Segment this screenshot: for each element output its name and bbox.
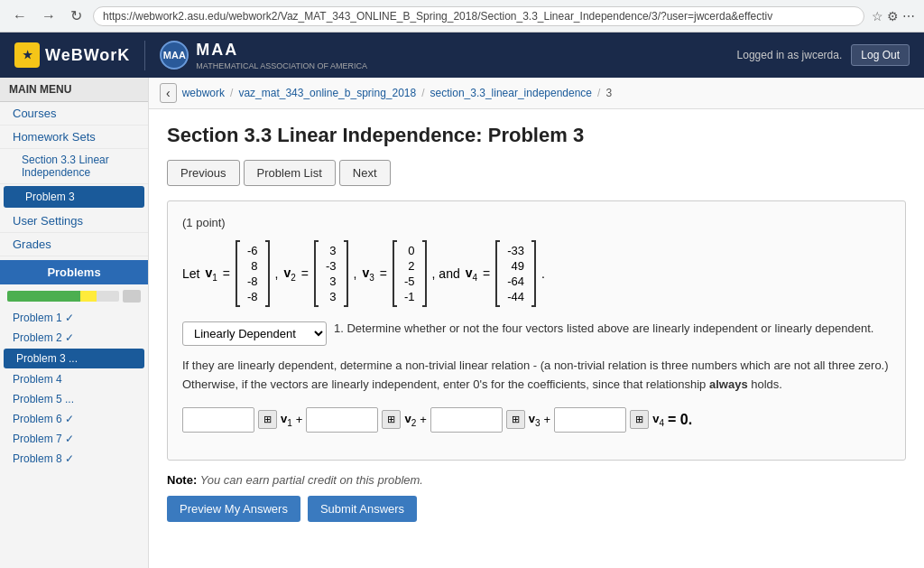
breadcrumb-back-button[interactable]: ‹	[160, 83, 177, 103]
breadcrumb-number: 3	[605, 87, 612, 99]
problem-item-6[interactable]: Problem 6 ✓	[0, 409, 148, 429]
note-text: You can earn partial credit on this prob…	[200, 473, 423, 487]
reload-button[interactable]: ↻	[67, 5, 86, 26]
eq-v2: v2	[404, 412, 416, 428]
progress-yellow	[80, 291, 97, 302]
eq-v1: v1	[281, 412, 292, 428]
vectors-row: Let v1 = -68-8-8 , v2 =	[182, 240, 891, 307]
problem-item-8[interactable]: Problem 8 ✓	[0, 449, 148, 469]
points-label: (1 point)	[182, 216, 891, 229]
v4-label: v4	[466, 265, 477, 283]
site-header: ★ WeBWorK MAA MAA MATHEMATICAL ASSOCIATI…	[0, 33, 924, 78]
eq-v4: v4	[652, 412, 664, 428]
breadcrumb-webwork[interactable]: webwork	[182, 87, 225, 99]
coeff-input-2[interactable]	[306, 407, 378, 433]
v1-label: v1	[205, 265, 217, 283]
maa-text: MAA MATHEMATICAL ASSOCIATION OF AMERICA	[196, 41, 367, 70]
back-button[interactable]: ←	[9, 6, 31, 26]
next-button[interactable]: Next	[339, 160, 391, 186]
progress-green	[7, 291, 80, 302]
main-layout: MAIN MENU Courses Homework Sets Section …	[0, 78, 924, 568]
eq-v3: v3	[529, 412, 541, 428]
eq-plus2: +	[420, 413, 427, 426]
submit-button[interactable]: Submit Answers	[308, 496, 417, 522]
progress-bar-container	[0, 284, 148, 308]
logout-button[interactable]: Log Out	[851, 44, 910, 66]
intro-text: Let	[182, 266, 199, 281]
eq-plus1: +	[296, 413, 303, 426]
sidebar-item-section33[interactable]: Section 3.3 Linear Independence	[0, 149, 148, 184]
v3-label: v3	[362, 265, 374, 283]
input-icon-4[interactable]: ⊞	[630, 410, 649, 429]
logged-in-text: Logged in as jwcerda.	[737, 49, 843, 61]
previous-button[interactable]: Previous	[167, 160, 240, 186]
breadcrumb: ‹ webwork / vaz_mat_343_online_b_spring_…	[149, 78, 924, 109]
sidebar-item-homework-sets[interactable]: Homework Sets	[0, 126, 148, 149]
problem-item-2[interactable]: Problem 2 ✓	[0, 328, 148, 348]
relation-text: If they are linearly dependent, determin…	[182, 357, 891, 395]
browser-bar: ← → ↻ ☆ ⚙ ⋯	[0, 0, 924, 33]
browser-icons: ☆ ⚙ ⋯	[872, 9, 915, 23]
sidebar-item-courses[interactable]: Courses	[0, 102, 148, 126]
problem-item-7[interactable]: Problem 7 ✓	[0, 429, 148, 449]
sidebar-item-problem3-active[interactable]: Problem 3	[4, 186, 144, 208]
note-container: Note: You can earn partial credit on thi…	[167, 473, 906, 487]
progress-bar	[7, 291, 119, 302]
problem-item-1[interactable]: Problem 1 ✓	[0, 308, 148, 328]
webwork-logo: ★ WeBWorK	[14, 42, 130, 68]
progress-toggle[interactable]	[123, 290, 141, 303]
sidebar: MAIN MENU Courses Homework Sets Section …	[0, 78, 149, 568]
content-area: ‹ webwork / vaz_mat_343_online_b_spring_…	[149, 78, 924, 568]
header-right: Logged in as jwcerda. Log Out	[737, 44, 910, 66]
sidebar-item-grades[interactable]: Grades	[0, 233, 148, 256]
action-buttons: Preview My Answers Submit Answers	[167, 496, 906, 522]
problem-title: Section 3.3 Linear Independence: Problem…	[167, 124, 906, 147]
input-icon-1[interactable]: ⊞	[258, 410, 277, 429]
v4-matrix: -3349-64-44	[495, 240, 536, 307]
and-text: , and	[432, 266, 460, 281]
preview-button[interactable]: Preview My Answers	[167, 496, 300, 522]
always-text: always	[709, 377, 748, 391]
question-text: 1. Determine whether or not the four vec…	[334, 321, 891, 335]
equation-row: ⊞ v1 + ⊞ v2 + ⊞ v3 + ⊞ v4 = 0.	[182, 407, 891, 433]
eq-equals: = 0.	[668, 412, 692, 428]
problem-item-5[interactable]: Problem 5 ...	[0, 389, 148, 409]
relation-text2: holds.	[751, 377, 782, 391]
problems-header: Problems	[0, 260, 148, 284]
breadcrumb-section[interactable]: section_3.3_linear_independence	[430, 87, 592, 99]
problem-content: Section 3.3 Linear Independence: Problem…	[149, 109, 924, 536]
input-icon-2[interactable]: ⊞	[382, 410, 401, 429]
v1-matrix: -68-8-8	[236, 240, 270, 307]
v2-label: v2	[283, 265, 295, 283]
maa-logo: MAA MAA MATHEMATICAL ASSOCIATION OF AMER…	[144, 41, 367, 70]
input-icon-3[interactable]: ⊞	[506, 410, 525, 429]
sidebar-item-user-settings[interactable]: User Settings	[0, 210, 148, 233]
header-left: ★ WeBWorK MAA MAA MATHEMATICAL ASSOCIATI…	[14, 41, 367, 70]
dependency-dropdown[interactable]: Linearly Dependent Linearly Independent	[182, 321, 327, 346]
coeff-input-1[interactable]	[182, 407, 254, 433]
webwork-logo-icon: ★	[14, 42, 40, 68]
v3-matrix: 02-5-1	[393, 240, 427, 307]
url-bar[interactable]	[93, 6, 864, 26]
webwork-logo-text: WeBWorK	[45, 46, 130, 65]
eq-plus3: +	[544, 413, 551, 426]
problem-list-button[interactable]: Problem List	[244, 160, 336, 186]
maa-logo-circle: MAA	[160, 41, 189, 70]
note-label: Note:	[167, 473, 197, 487]
problem-box: (1 point) Let v1 = -68-8-8 ,	[167, 200, 906, 461]
main-menu-label: MAIN MENU	[0, 78, 148, 102]
problem-item-4[interactable]: Problem 4	[0, 369, 148, 389]
question-row: Linearly Dependent Linearly Independent …	[182, 321, 891, 346]
coeff-input-3[interactable]	[430, 407, 503, 433]
problem-item-3-active[interactable]: Problem 3 ...	[4, 349, 144, 368]
forward-button[interactable]: →	[38, 6, 60, 26]
coeff-input-4[interactable]	[554, 407, 626, 433]
breadcrumb-course[interactable]: vaz_mat_343_online_b_spring_2018	[238, 87, 416, 99]
nav-buttons: Previous Problem List Next	[167, 160, 906, 186]
v2-matrix: 3-333	[314, 240, 348, 307]
